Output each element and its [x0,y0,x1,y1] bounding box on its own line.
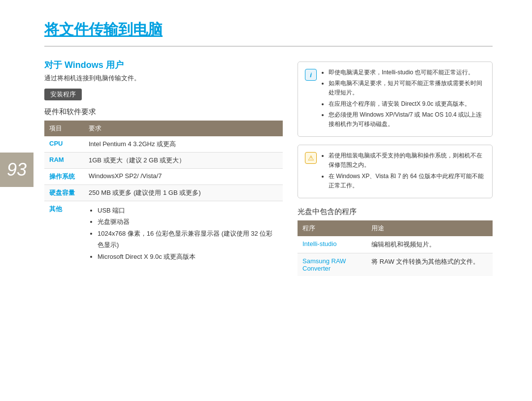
table-row: 硬盘容量250 MB 或更多 (建议使用 1 GB 或更多) [44,185,283,201]
left-column: 对于 Windows 用户 通过将相机连接到电脑传输文件。 安装程序 硬件和软件… [44,59,283,276]
item-cell: 硬盘容量 [44,185,84,201]
requirement-cell: 1GB 或更大（建议 2 GB 或更大） [84,153,283,169]
item-cell: RAM [44,153,84,169]
section-subtitle: 通过将相机连接到电脑传输文件。 [44,74,283,83]
col-item: 项目 [44,121,84,136]
windows-section-title: 对于 Windows 用户 [44,59,283,71]
list-item: Microsoft Direct X 9.0c 或更高版本 [98,251,278,262]
info-icon: i [305,69,317,81]
right-column: i 即使电脑满足要求，Intelli-studio 也可能不能正常运行。如果电脑… [298,59,493,276]
warn-icon: ⚠ [305,152,317,164]
usage-cell: 编辑相机和视频短片。 [366,236,493,253]
disc-col-usage: 用途 [366,220,493,236]
list-item: 1024x768 像素，16 位彩色显示兼容显示器 (建议使用 32 位彩色显示… [98,228,278,251]
requirement-cell: Intel Pentium 4 3.2GHz 或更高 [84,136,283,153]
note-info-text: 即使电脑满足要求，Intelli-studio 也可能不能正常运行。如果电脑不满… [322,68,485,130]
disc-header-row: 程序 用途 [298,220,493,236]
note-box-warn: ⚠ 若使用组装电脑或不受支持的电脑和操作系统，则相机不在保修范围之内。在 Win… [298,145,493,198]
list-item: 在 Windows XP、Vista 和 7 的 64 位版本中此程序可能不能正… [329,172,485,190]
usage-cell: 将 RAW 文件转换为其他格式的文件。 [366,253,493,276]
note-box-info-inner: i 即使电脑满足要求，Intelli-studio 也可能不能正常运行。如果电脑… [305,68,485,130]
table-row: 其他USB 端口光盘驱动器1024x768 像素，16 位彩色显示兼容显示器 (… [44,201,283,266]
item-cell: 其他 [44,201,84,266]
requirement-cell: USB 端口光盘驱动器1024x768 像素，16 位彩色显示兼容显示器 (建议… [84,201,283,266]
note2-list: 若使用组装电脑或不受支持的电脑和操作系统，则相机不在保修范围之内。在 Windo… [322,151,485,190]
disc-table-row: Samsung RAW Converter将 RAW 文件转换为其他格式的文件。 [298,253,493,276]
table-header-row: 项目 要求 [44,121,283,136]
other-bullets: USB 端口光盘驱动器1024x768 像素，16 位彩色显示兼容显示器 (建议… [89,205,278,262]
disc-table-row: Intelli-studio编辑相机和视频短片。 [298,236,493,253]
requirements-table: 项目 要求 CPUIntel Pentium 4 3.2GHz 或更高RAM1G… [44,121,283,266]
table-row: 操作系统WindowsXP SP2/ /Vista/7 [44,169,283,185]
note-warn-text: 若使用组装电脑或不受支持的电脑和操作系统，则相机不在保修范围之内。在 Windo… [322,151,485,192]
table-row: CPUIntel Pentium 4 3.2GHz 或更高 [44,136,283,153]
requirement-cell: 250 MB 或更多 (建议使用 1 GB 或更多) [84,185,283,201]
two-column-layout: 对于 Windows 用户 通过将相机连接到电脑传输文件。 安装程序 硬件和软件… [44,59,493,276]
table-row: RAM1GB 或更大（建议 2 GB 或更大） [44,153,283,169]
disc-section: 光盘中包含的程序 程序 用途 Intelli-studio编辑相机和视频短片。S… [298,207,493,276]
item-cell: CPU [44,136,84,153]
install-badge: 安装程序 [44,89,82,100]
disc-col-program: 程序 [298,220,366,236]
item-cell: 操作系统 [44,169,84,185]
list-item: 您必须使用 Windows XP/Vista/7 或 Mac OS 10.4 或… [329,110,485,129]
hw-title: 硬件和软件要求 [44,107,283,117]
page-title: 将文件传输到电脑 [44,20,493,47]
program-cell: Intelli-studio [298,236,366,253]
note-box-warn-inner: ⚠ 若使用组装电脑或不受支持的电脑和操作系统，则相机不在保修范围之内。在 Win… [305,151,485,192]
disc-table: 程序 用途 Intelli-studio编辑相机和视频短片。Samsung RA… [298,220,493,276]
list-item: 在应用这个程序前，请安装 DirectX 9.0c 或更高版本。 [329,99,485,109]
page-number-tab: 93 [0,153,33,187]
list-item: 如果电脑不满足要求，短片可能不能正常播放或需要长时间处理短片。 [329,79,485,97]
main-content: 将文件传输到电脑 对于 Windows 用户 通过将相机连接到电脑传输文件。 安… [0,0,532,296]
note1-list: 即使电脑满足要求，Intelli-studio 也可能不能正常运行。如果电脑不满… [322,68,485,129]
col-requirement: 要求 [84,121,283,136]
requirement-cell: WindowsXP SP2/ /Vista/7 [84,169,283,185]
note-box-info: i 即使电脑满足要求，Intelli-studio 也可能不能正常运行。如果电脑… [298,62,493,137]
disc-title: 光盘中包含的程序 [298,207,493,216]
program-cell: Samsung RAW Converter [298,253,366,276]
list-item: 光盘驱动器 [98,216,278,227]
list-item: 即使电脑满足要求，Intelli-studio 也可能不能正常运行。 [329,68,485,77]
list-item: 若使用组装电脑或不受支持的电脑和操作系统，则相机不在保修范围之内。 [329,151,485,170]
list-item: USB 端口 [98,205,278,216]
page-number: 93 [7,159,27,180]
